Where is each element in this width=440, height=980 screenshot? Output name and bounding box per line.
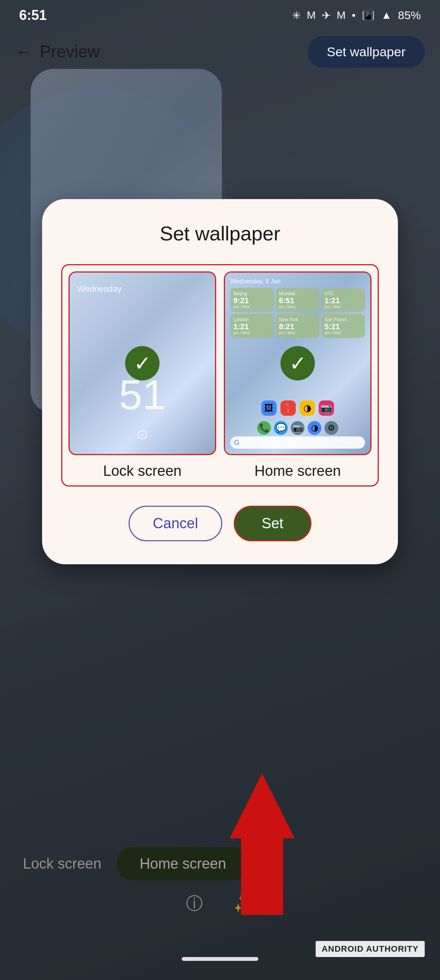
messages-dock-icon: 💬 (274, 421, 288, 435)
lock-date-text: Wednesday (77, 284, 122, 294)
chrome-dock-icon: ◑ (308, 421, 321, 435)
home-screen-preview: Wednesday, 8 Jan Beijing 9:21 pm / Wed M… (224, 271, 372, 455)
red-arrow-indicator (230, 773, 295, 915)
gmail2-icon: M (337, 9, 345, 21)
home-screen-check: ✓ (280, 346, 315, 381)
clock-utc: UTC 1:21 pm / Wed (321, 288, 365, 312)
lock-screen-option[interactable]: Wednesday 51 ⊙ ✓ Lock screen (68, 271, 216, 479)
page-title: Preview (40, 42, 308, 61)
cancel-button[interactable]: Cancel (129, 506, 222, 541)
lock-screen-label: Lock screen (103, 463, 182, 479)
home-search-bar: G (230, 436, 365, 449)
status-icons: ✳ M ✈ M • 📳 ▲ 85% (292, 9, 421, 22)
back-button[interactable]: ← (15, 42, 32, 61)
home-dock: 📞 💬 📷 ◑ ⚙ (230, 421, 365, 435)
clock-newyork: New York 8:21 pm / Wed (276, 314, 319, 338)
screen-options-container: Wednesday 51 ⊙ ✓ Lock screen Wednesday, … (61, 264, 379, 487)
world-clock-grid: Beijing 9:21 pm / Wed Mumbai 6:51 pm / W… (230, 288, 365, 338)
battery-level: 85% (398, 9, 421, 22)
home-screen-display: Wednesday, 8 Jan Beijing 9:21 pm / Wed M… (225, 273, 370, 454)
vibrate-icon: 📳 (362, 9, 375, 22)
camera-dock-icon: 📷 (291, 421, 305, 435)
home-date: Wednesday, 8 Jan (230, 278, 280, 285)
google-logo: G (234, 439, 240, 447)
home-app-row: 🖼 📍 ◑ 📷 (230, 400, 365, 416)
set-wallpaper-top-button[interactable]: Set wallpaper (308, 36, 425, 68)
navigation-bar (182, 957, 258, 961)
set-button[interactable]: Set (234, 506, 311, 541)
notification-icon: ✳ (292, 9, 301, 22)
gmail-icon: M (307, 9, 316, 21)
fingerprint-icon: ⊙ (137, 426, 148, 443)
clock-sanfrancisco: San Franci... 5:21 am / Wed (321, 314, 365, 338)
status-bar: 6:51 ✳ M ✈ M • 📳 ▲ 85% (0, 0, 440, 31)
instagram-icon: 📷 (319, 400, 334, 416)
app-bar: ← Preview Set wallpaper (0, 31, 440, 73)
watermark: ANDROID AUTHORITY (316, 941, 425, 957)
status-time: 6:51 (19, 7, 47, 23)
set-wallpaper-dialog: Set wallpaper Wednesday 51 ⊙ ✓ Lock scre… (42, 199, 398, 564)
dialog-buttons: Cancel Set (61, 506, 379, 541)
dialog-title: Set wallpaper (61, 222, 379, 245)
maps-icon: 📍 (280, 400, 296, 416)
lock-screen-check: ✓ (125, 346, 160, 381)
telegram-icon: ✈ (322, 9, 331, 22)
home-screen-label: Home screen (254, 463, 341, 479)
home-screen-option[interactable]: Wednesday, 8 Jan Beijing 9:21 pm / Wed M… (224, 271, 372, 479)
clock-london: London 1:21 pm / Wed (230, 314, 274, 338)
clock-beijing: Beijing 9:21 pm / Wed (230, 288, 274, 312)
settings-dock-icon: ⚙ (324, 421, 338, 435)
clock-mumbai: Mumbai 6:51 pm / Wed (276, 288, 319, 312)
wifi-icon: ▲ (381, 9, 392, 21)
dot-icon: • (352, 9, 355, 21)
phone-dock-icon: 📞 (257, 421, 271, 435)
lock-screen-preview: Wednesday 51 ⊙ ✓ (68, 271, 216, 455)
photos-icon: 🖼 (261, 400, 277, 416)
chrome-icon: ◑ (300, 400, 315, 416)
